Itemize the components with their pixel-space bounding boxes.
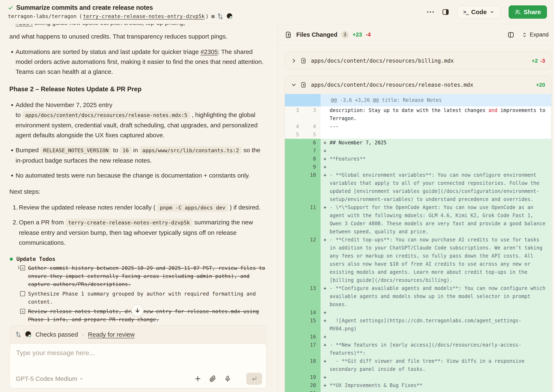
diff-line-content — [330, 163, 551, 171]
diff-row: 13+- **Configure available agents and mo… — [285, 284, 551, 309]
new-line-number: 15 — [302, 317, 320, 333]
new-line-number: 8 — [302, 155, 320, 163]
new-line-number: 13 — [302, 284, 320, 309]
microphone-button[interactable] — [224, 375, 231, 382]
line-number-gutter[interactable]: 7 — [285, 147, 320, 155]
line-number-gutter[interactable]: 11 — [285, 203, 320, 236]
composer: Checks passed · Ready for review Type yo… — [10, 325, 266, 388]
pr-link[interactable]: #2304 — [15, 24, 33, 26]
new-line-number: 11 — [302, 203, 320, 236]
issue-link[interactable]: #2305 — [201, 48, 218, 55]
expand-all-control[interactable]: Expand — [522, 32, 549, 38]
ready-for-review-link[interactable]: Ready for review — [88, 331, 135, 338]
line-number-gutter[interactable]: 55 — [285, 131, 320, 139]
chevron-down-icon[interactable] — [291, 82, 297, 88]
model-selector[interactable]: GPT-5 Codex Medium — [16, 375, 83, 382]
diff-row: 20+**UX Improvements & Bug Fixes** — [285, 381, 551, 390]
code-button[interactable]: >_ Code — [457, 5, 500, 19]
text-segment: in — [133, 147, 138, 154]
line-number-gutter[interactable]: 12 — [285, 236, 320, 284]
file-card-header[interactable]: apps/docs/content/docs/resources/billing… — [285, 52, 551, 70]
microphone-icon — [224, 375, 231, 382]
diff-row: 10+- **Global environment variables**: Y… — [285, 171, 551, 203]
diff-marker: + — [320, 284, 330, 309]
step-number: 2. — [9, 217, 19, 248]
add-attachment-button[interactable] — [194, 375, 201, 382]
hunk-gutter — [285, 94, 320, 106]
github-status-icon[interactable] — [226, 13, 234, 20]
split-view-icon[interactable] — [508, 32, 514, 38]
send-message-button[interactable] — [246, 373, 262, 385]
files-changed-count: 3 — [341, 31, 349, 39]
todo-text: Synthesize Phase 1 summary grouped by au… — [28, 290, 267, 306]
diff-marker: + — [320, 309, 330, 317]
line-number-gutter[interactable]: 18 — [285, 357, 320, 373]
task-summary-pane: #2304 billing guide now spells out plan … — [0, 24, 277, 392]
diff-row: 11+- \*\*Support for the OpenCode Agent:… — [285, 203, 551, 236]
inline-code: apps/www/src/lib/constants.ts:2 — [139, 147, 242, 154]
diff-marker — [320, 106, 330, 123]
file-diff-icon — [285, 31, 292, 38]
attach-file-button[interactable] — [209, 375, 216, 382]
new-line-number: 18 — [302, 357, 320, 373]
line-number-gutter[interactable]: 9 — [285, 163, 320, 171]
line-number-gutter[interactable]: 8 — [285, 155, 320, 163]
diff-row: 8+**Features** — [285, 155, 551, 163]
line-number-gutter[interactable]: 19 — [285, 373, 320, 381]
additions-count: +20 — [536, 82, 545, 88]
old-line-number: 5 — [285, 131, 302, 139]
bullet-item: BumpedRELEASE_NOTES_VERSIONto16inapps/ww… — [9, 145, 267, 166]
diff-line-content: **UX Improvements & Bug Fixes** — [330, 381, 551, 390]
line-number-gutter[interactable]: 15 — [285, 317, 320, 333]
line-number-gutter[interactable]: 17 — [285, 341, 320, 357]
old-line-number — [285, 317, 302, 333]
line-number-gutter[interactable]: 14 — [285, 309, 320, 317]
openai-icon: ✻ — [211, 13, 215, 20]
text-segment: Open a PR from — [19, 219, 64, 226]
line-number-gutter[interactable]: 44 — [285, 123, 320, 131]
toggle-panel-icon[interactable] — [442, 8, 449, 15]
line-number-gutter[interactable]: 10 — [285, 171, 320, 203]
diff-line-content: ## November 7, 2025 — [330, 139, 551, 147]
todos-title: Update Todos — [16, 255, 55, 263]
new-line-number: 9 — [302, 163, 320, 171]
diff-marker: + — [320, 341, 330, 357]
file-card-header[interactable]: apps/docs/content/docs/resources/release… — [285, 76, 551, 94]
todo-checkbox[interactable]: ✕ — [20, 309, 25, 314]
line-number-gutter[interactable]: 16 — [285, 333, 320, 341]
github-checks-icon[interactable] — [24, 331, 32, 338]
line-number-gutter[interactable]: 20 — [285, 381, 320, 390]
bullet-list-phase2: Added the November 7, 2025 entry toapps/… — [9, 100, 267, 181]
branch-link[interactable]: terry-create-release-notes-entry-dzvp5k — [83, 13, 205, 19]
todo-checkbox[interactable] — [20, 291, 25, 296]
diff-marker — [320, 131, 330, 139]
scroll-to-bottom-button[interactable] — [132, 304, 144, 316]
share-button[interactable]: Share — [509, 5, 547, 19]
old-line-number — [285, 390, 302, 392]
diff-line-content — [330, 131, 551, 139]
diff-row: 14+ — [285, 309, 551, 317]
line-number-gutter[interactable]: 33 — [285, 106, 320, 123]
diff-marker: + — [320, 147, 330, 155]
code-segment: - **New features in [early access](/docs… — [330, 342, 521, 356]
diff-line-content: --- — [330, 123, 551, 131]
branch-trail-icon — [15, 331, 21, 338]
todo-text: Gather commit history between 2025-10-29… — [28, 264, 267, 288]
file-path: apps/docs/content/docs/resources/release… — [311, 82, 473, 88]
next-step-item: 2.Open a PR fromterry-create-release-not… — [9, 217, 267, 248]
diff-marker: + — [320, 357, 330, 373]
more-options-button[interactable] — [427, 11, 434, 13]
message-input[interactable]: Type your message here... GPT-5 Codex Me… — [10, 343, 266, 388]
chevron-right-icon[interactable] — [291, 58, 297, 63]
code-button-label: Code — [471, 8, 487, 15]
hunk-header-text: @@ -3,6 +3,26 @@ title: Release Notes — [320, 94, 551, 106]
diff-line-content — [330, 147, 551, 155]
todo-checkbox[interactable]: ✕ — [20, 266, 25, 270]
diff-row: 15+ ![Agent settings](https://cdn.terrag… — [285, 317, 551, 333]
old-line-number — [285, 357, 302, 373]
line-number-gutter[interactable]: 13 — [285, 284, 320, 309]
old-line-number — [285, 147, 302, 155]
line-number-gutter[interactable]: 6 — [285, 139, 320, 147]
diff-line-content: - **New features in [early access](/docs… — [330, 341, 551, 357]
line-number-gutter[interactable]: 21 — [285, 390, 320, 392]
